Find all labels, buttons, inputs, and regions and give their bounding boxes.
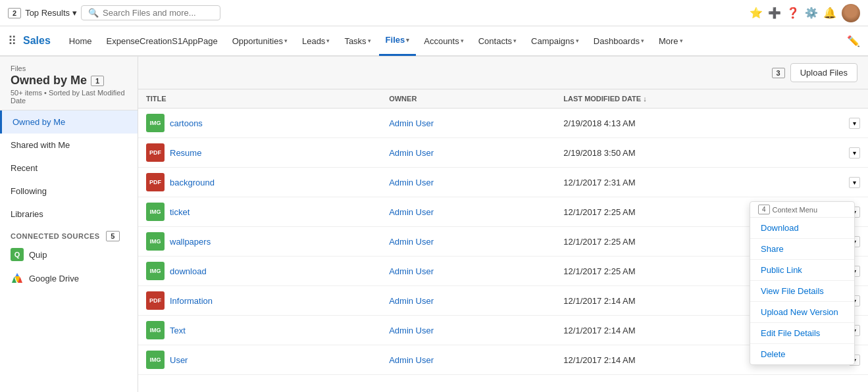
chevron-icon-accounts: ▾: [461, 37, 464, 44]
file-date: 12/1/2017 2:31 AM: [563, 178, 635, 187]
search-bar: 🔍: [81, 5, 220, 20]
step-badge-2: 2: [8, 8, 21, 18]
avatar[interactable]: [842, 4, 860, 22]
context-menu-item[interactable]: Delete: [750, 344, 854, 364]
owner-link[interactable]: Admin User: [389, 237, 434, 247]
file-type-icon: IMG: [146, 203, 165, 221]
nav-item-opportunities[interactable]: Opportunities ▾: [226, 26, 294, 56]
top-results-label: Top Results: [25, 8, 70, 18]
left-panel: Files Owned by Me 1 50+ items • Sorted b…: [0, 57, 138, 392]
nav-label-dashboards: Dashboards: [594, 36, 640, 46]
file-type-icon: IMG: [146, 321, 165, 339]
sidebar-label-libraries: Libraries: [11, 209, 43, 219]
settings-button[interactable]: ⚙️: [805, 7, 818, 19]
file-action-cell: ▾: [841, 168, 868, 197]
file-owner-cell: Admin User: [381, 316, 555, 345]
row-action-button[interactable]: ▾: [849, 118, 860, 129]
owner-link[interactable]: Admin User: [389, 148, 434, 158]
sidebar-item-recent[interactable]: Recent: [0, 157, 138, 180]
chevron-icon-more: ▾: [680, 37, 683, 44]
top-results-button[interactable]: Top Results ▾: [25, 8, 77, 18]
file-title-cell: IMG download: [138, 257, 381, 286]
file-name-link[interactable]: Resume: [170, 148, 201, 158]
row-action-button[interactable]: ▾: [849, 177, 860, 188]
file-date: 12/1/2017 2:14 AM: [563, 326, 635, 335]
table-row: PDF Resume Admin User 2/19/2018 3:50 AM …: [138, 138, 868, 168]
search-icon: 🔍: [88, 8, 99, 18]
table-header-row: TITLE OWNER LAST MODIFIED DATE ↓: [138, 89, 868, 109]
nav-item-accounts[interactable]: Accounts ▾: [417, 26, 470, 56]
file-name-link[interactable]: Text: [170, 326, 186, 335]
search-input[interactable]: [103, 8, 213, 18]
owner-link[interactable]: Admin User: [389, 326, 434, 335]
source-label-quip: Quip: [29, 250, 47, 260]
nav-item-contacts[interactable]: Contacts ▾: [472, 26, 523, 56]
context-menu-item[interactable]: View File Details: [750, 281, 854, 302]
content-area: Files Owned by Me 1 50+ items • Sorted b…: [0, 57, 868, 392]
context-menu-item[interactable]: Upload New Version: [750, 302, 854, 323]
help-button[interactable]: ❓: [786, 7, 800, 19]
top-bar: 2 Top Results ▾ 🔍 ⭐ ➕ ❓ ⚙️ 🔔: [0, 0, 868, 26]
sidebar-label-following: Following: [11, 186, 47, 196]
nav-item-expense[interactable]: ExpenseCreationS1AppPage: [100, 26, 224, 56]
files-page-title: Owned by Me: [11, 74, 87, 87]
context-menu-item[interactable]: Edit File Details: [750, 323, 854, 344]
file-name-link[interactable]: wallpapers: [170, 237, 211, 247]
file-date: 12/1/2017 2:25 AM: [563, 207, 635, 217]
brand-label[interactable]: Sales: [23, 35, 51, 47]
file-owner-cell: Admin User: [381, 138, 555, 168]
file-date: 12/1/2017 2:25 AM: [563, 237, 635, 247]
favorites-button[interactable]: ⭐: [750, 7, 763, 19]
owner-link[interactable]: Admin User: [389, 266, 434, 276]
chevron-down-icon: ▾: [72, 8, 77, 18]
nav-label-more: More: [659, 36, 678, 46]
owner-link[interactable]: Admin User: [389, 296, 434, 306]
nav-item-home[interactable]: Home: [63, 26, 99, 56]
nav-item-tasks[interactable]: Tasks ▾: [338, 26, 377, 56]
file-name-link[interactable]: ticket: [170, 207, 190, 217]
sidebar-item-google-drive[interactable]: Google Drive: [0, 266, 138, 290]
owner-link[interactable]: Admin User: [389, 207, 434, 217]
nav-item-more[interactable]: More ▾: [652, 26, 690, 56]
sidebar-item-following[interactable]: Following: [0, 180, 138, 203]
sidebar-label-recent: Recent: [11, 163, 38, 173]
file-date: 12/1/2017 2:25 AM: [563, 266, 635, 276]
file-date: 12/1/2017 2:14 AM: [563, 355, 635, 365]
nav-item-files[interactable]: Files ▾: [379, 26, 417, 56]
sidebar-item-libraries[interactable]: Libraries: [0, 203, 138, 226]
sidebar-item-owned-by-me[interactable]: Owned by Me: [0, 110, 138, 134]
file-name-link[interactable]: cartoons: [170, 118, 203, 128]
nav-item-campaigns[interactable]: Campaigns ▾: [524, 26, 586, 56]
owner-link[interactable]: Admin User: [389, 355, 434, 365]
file-title-cell: PDF Resume: [138, 138, 381, 168]
owner-link[interactable]: Admin User: [389, 118, 434, 128]
nav-item-dashboards[interactable]: Dashboards ▾: [587, 26, 651, 56]
sidebar-item-shared-with-me[interactable]: Shared with Me: [0, 134, 138, 157]
file-name-link[interactable]: User: [170, 355, 188, 365]
app-launcher-icon[interactable]: ⠿: [8, 34, 16, 48]
files-breadcrumb: Files: [11, 64, 127, 72]
file-name-link[interactable]: background: [170, 178, 215, 187]
row-action-button[interactable]: ▾: [849, 147, 860, 159]
file-name-link[interactable]: download: [170, 266, 207, 276]
context-menu-item[interactable]: Download: [750, 218, 854, 239]
owner-link[interactable]: Admin User: [389, 178, 434, 187]
context-menu-item[interactable]: Share: [750, 239, 854, 260]
table-row: IMG cartoons Admin User 2/19/2018 4:13 A…: [138, 109, 868, 138]
add-button[interactable]: ➕: [768, 7, 781, 19]
notifications-button[interactable]: 🔔: [823, 7, 836, 19]
col-actions: [841, 89, 868, 109]
nav-item-leads[interactable]: Leads ▾: [295, 26, 336, 56]
file-name-link[interactable]: Information: [170, 296, 213, 306]
step-badge-1: 1: [91, 76, 104, 86]
upload-files-button[interactable]: Upload Files: [790, 63, 857, 82]
nav-label-expense: ExpenseCreationS1AppPage: [107, 36, 218, 46]
file-owner-cell: Admin User: [381, 197, 555, 227]
nav-edit-icon[interactable]: ✏️: [847, 35, 860, 47]
nav-label-home: Home: [69, 36, 92, 46]
sidebar-item-quip[interactable]: Q Quip: [0, 243, 138, 266]
context-menu-item[interactable]: Public Link: [750, 260, 854, 281]
quip-icon: Q: [11, 248, 24, 261]
files-subtitle: 50+ items • Sorted by Last Modified Date: [11, 89, 127, 105]
file-date-cell: 2/19/2018 4:13 AM: [555, 109, 841, 138]
